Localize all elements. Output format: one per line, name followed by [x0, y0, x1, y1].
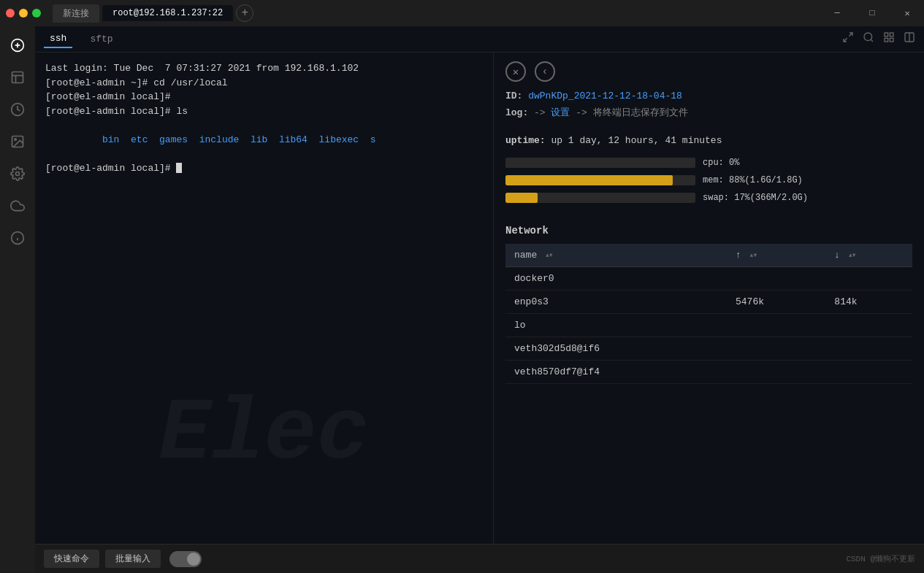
terminal-watermark: Elec [159, 369, 369, 500]
search-icon[interactable] [863, 31, 874, 47]
svg-line-14 [844, 38, 847, 42]
net-down [825, 267, 912, 291]
grid-icon[interactable] [883, 31, 895, 47]
session-id-link[interactable]: dwPnKDp_2021-12-12-18-04-18 [528, 91, 682, 101]
swap-row: swap: 17%(366M/2.0G) [505, 193, 912, 203]
main-layout: ssh sftp [0, 26, 924, 573]
session-id-label: ID: [505, 91, 522, 101]
cpu-label: cpu: 0% [703, 158, 739, 168]
sidebar-icon-bookmark[interactable] [4, 64, 31, 91]
uptime-label: uptime: [505, 135, 546, 146]
traffic-light-red[interactable] [6, 9, 15, 18]
sidebar-icon-settings[interactable] [4, 161, 31, 187]
net-down [825, 314, 912, 337]
log-label: log: [505, 107, 528, 118]
toggle-switch[interactable] [169, 551, 202, 567]
titlebar: 新连接 root@192.168.1.237:22 + — □ ✕ [0, 0, 924, 26]
protocol-bar: ssh sftp [35, 26, 924, 53]
svg-rect-19 [885, 38, 888, 42]
batch-input-button[interactable]: 批量输入 [105, 550, 161, 568]
panel-close-button[interactable]: ✕ [505, 61, 526, 82]
terminal-line-4: [root@el-admin local]# ls [45, 104, 483, 119]
back-icon: ‹ [542, 66, 548, 77]
sidebar-icon-images[interactable] [4, 128, 31, 155]
svg-point-8 [15, 139, 16, 141]
terminal-line-5: bin etc games include lib lib64 libexec … [45, 118, 483, 161]
network-title: Network [505, 225, 912, 236]
swap-bar-container [505, 193, 695, 203]
panel-header: ✕ ‹ [494, 53, 924, 91]
svg-point-9 [16, 172, 20, 176]
titlebar-tabs: 新连接 root@192.168.1.237:22 + [53, 4, 253, 23]
col-up[interactable]: ↑ ▲▼ [727, 244, 825, 267]
network-table: name ▲▼ ↑ ▲▼ ↓ ▲▼ [505, 244, 912, 384]
net-name: veth8570df7@if4 [505, 361, 727, 384]
add-tab-button[interactable]: + [236, 4, 253, 22]
swap-bar-fill [505, 193, 538, 203]
mem-bar-container [505, 175, 695, 185]
active-tab[interactable]: root@192.168.1.237:22 [102, 5, 233, 21]
swap-label: swap: 17%(366M/2.0G) [703, 193, 808, 203]
net-up [727, 267, 825, 291]
col-name[interactable]: name ▲▼ [505, 244, 727, 267]
watermark-text: CSDN @懒狗不更新 [846, 553, 915, 564]
sidebar-icon-info[interactable] [4, 225, 31, 251]
uptime-value: up 1 day, 12 hours, 41 minutes [551, 135, 722, 146]
minimize-button[interactable]: — [820, 0, 854, 26]
mem-bar-fill [505, 175, 673, 185]
terminal-line-3: [root@el-admin local]# [45, 90, 483, 104]
uptime-row: uptime: up 1 day, 12 hours, 41 minutes [494, 129, 924, 155]
fullscreen-icon[interactable] [842, 31, 854, 47]
log-arrow1: -> [534, 107, 551, 118]
sort-up-icon: ▲▼ [750, 252, 757, 258]
net-name: veth302d5d8@if6 [505, 337, 727, 361]
session-id-row: ID: dwPnKDp_2021-12-12-18-04-18 [505, 91, 912, 101]
right-panel: ✕ ‹ ID: dwPnKDp_2021-12-12-18-04-18 log: [493, 53, 924, 544]
svg-rect-18 [890, 33, 893, 36]
new-tab[interactable]: 新连接 [53, 4, 99, 23]
close-icon: ✕ [513, 66, 519, 78]
col-down[interactable]: ↓ ▲▼ [825, 244, 912, 267]
split-icon[interactable] [904, 31, 915, 47]
terminal-line-2: [root@el-admin ~]# cd /usr/local [45, 76, 483, 91]
net-down: 814k [825, 291, 912, 314]
close-button[interactable]: ✕ [890, 0, 924, 26]
net-name: enp0s3 [505, 291, 727, 314]
net-name: docker0 [505, 267, 727, 291]
traffic-light-green[interactable] [32, 9, 41, 18]
svg-rect-20 [890, 38, 893, 42]
log-row: log: -> 设置 -> 将终端日志保存到文件 [505, 106, 912, 119]
table-header-row: name ▲▼ ↑ ▲▼ ↓ ▲▼ [505, 244, 912, 267]
quick-command-button[interactable]: 快速命令 [44, 550, 99, 568]
sidebar-icon-history[interactable] [4, 96, 31, 123]
sidebar-icon-add[interactable] [4, 32, 31, 58]
terminal[interactable]: Elec Last login: Tue Dec 7 07:31:27 2021… [35, 53, 493, 544]
table-row: lo [505, 314, 912, 337]
resource-section: cpu: 0% mem: 88%(1.6G/1.8G) swap: 17%(36… [494, 155, 924, 219]
log-arrow2: -> [576, 107, 592, 118]
sort-down-icon: ▲▼ [849, 252, 856, 258]
network-section: Network name ▲▼ ↑ ▲▼ [494, 219, 924, 390]
terminal-line-1: Last login: Tue Dec 7 07:31:27 2021 from… [45, 61, 483, 76]
mem-label: mem: 88%(1.6G/1.8G) [703, 175, 803, 185]
table-row: veth8570df7@if4 [505, 361, 912, 384]
svg-rect-17 [885, 33, 888, 36]
tab-sftp[interactable]: sftp [84, 31, 118, 47]
content-area: ssh sftp [35, 26, 924, 573]
titlebar-left: 新连接 root@192.168.1.237:22 + [6, 4, 253, 23]
table-row: docker0 [505, 267, 912, 291]
svg-line-13 [849, 33, 852, 36]
table-row: enp0s3 5476k 814k [505, 291, 912, 314]
panel-back-button[interactable]: ‹ [535, 61, 555, 82]
traffic-light-yellow[interactable] [19, 9, 28, 18]
net-down [825, 337, 912, 361]
net-down [825, 361, 912, 384]
log-settings-link[interactable]: 设置 [551, 107, 570, 118]
maximize-button[interactable]: □ [855, 0, 889, 26]
sidebar-icon-cloud[interactable] [4, 193, 31, 219]
tab-ssh[interactable]: ssh [44, 30, 72, 48]
net-up: 5476k [727, 291, 825, 314]
net-up [727, 314, 825, 337]
terminal-line-6: [root@el-admin local]# [45, 161, 483, 176]
cpu-bar-container [505, 158, 695, 168]
